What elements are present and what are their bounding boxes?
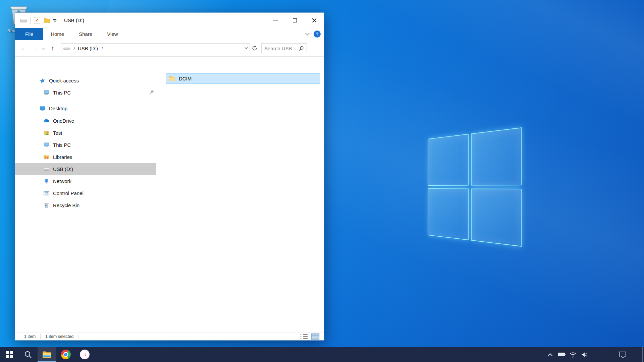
file-explorer-window: ✓ USB (D:) File Home Share View ? ← →	[15, 12, 324, 341]
breadcrumb-usb-d[interactable]: USB (D:)	[78, 46, 98, 51]
recent-locations-chevron-icon[interactable]	[42, 46, 45, 50]
taskbar-itunes-button[interactable]: ♫	[75, 347, 94, 362]
close-icon	[312, 18, 317, 23]
status-item-count: 1 item	[24, 334, 36, 339]
sidebar-item-label: USB (D:)	[53, 166, 73, 172]
this-pc-monitor-icon	[44, 90, 49, 96]
sidebar-item-label: Libraries	[53, 154, 72, 160]
chevron-up-icon	[548, 353, 552, 358]
close-button[interactable]	[305, 13, 324, 28]
control-panel-icon	[44, 190, 49, 196]
usb-drive-icon	[44, 166, 49, 172]
expand-ribbon-chevron-icon[interactable]	[305, 31, 310, 36]
folder-icon	[169, 76, 175, 81]
qat-check-icon[interactable]: ✓	[34, 17, 40, 23]
window-title: USB (D:)	[64, 17, 84, 23]
action-center-icon	[619, 352, 626, 357]
usb-drive-icon	[63, 47, 70, 50]
chrome-icon	[61, 350, 71, 359]
breadcrumb-chevron-icon[interactable]	[72, 47, 75, 50]
start-button[interactable]	[0, 347, 19, 362]
title-bar[interactable]: ✓ USB (D:)	[15, 13, 324, 28]
minimize-button[interactable]	[266, 13, 285, 28]
this-pc-monitor-icon	[44, 142, 49, 148]
qat-folder-icon[interactable]	[44, 18, 50, 23]
tab-share[interactable]: Share	[71, 28, 100, 40]
taskbar: ♫	[0, 347, 644, 362]
sidebar-item-this-pc-pinned[interactable]: This PC	[15, 86, 156, 99]
status-separator	[40, 334, 41, 339]
wifi-indicator[interactable]	[567, 347, 579, 362]
sidebar-item-onedrive[interactable]: OneDrive	[15, 115, 156, 127]
windows-logo-pane	[428, 188, 469, 240]
desktop-icon	[40, 106, 45, 111]
address-dropdown-chevron-icon[interactable]	[245, 46, 248, 49]
pin-icon	[149, 89, 154, 95]
taskbar-search-button[interactable]	[19, 347, 38, 362]
details-view-button[interactable]	[301, 334, 308, 340]
status-selected-count: 1 item selected	[45, 334, 73, 339]
refresh-button[interactable]	[250, 43, 259, 53]
sidebar-item-label: Quick access	[49, 78, 79, 83]
caption-buttons	[266, 13, 324, 28]
battery-icon	[558, 353, 565, 356]
tab-file[interactable]: File	[15, 28, 43, 40]
status-view-toggles	[301, 334, 319, 340]
hidden-icons-button[interactable]	[544, 347, 556, 362]
search-icon	[299, 46, 304, 51]
sidebar-item-label: Desktop	[49, 106, 67, 111]
volume-icon	[581, 352, 588, 358]
user-folder-icon	[44, 130, 49, 136]
sidebar-item-label: This PC	[53, 90, 71, 96]
libraries-folder-icon	[44, 154, 49, 160]
windows-start-icon	[6, 351, 13, 358]
show-desktop-button[interactable]	[642, 347, 644, 362]
forward-button[interactable]: →	[30, 45, 41, 52]
network-globe-icon	[44, 178, 49, 184]
onedrive-cloud-icon	[44, 118, 49, 124]
explorer-main-area: Quick access This PC Desktop	[15, 57, 324, 337]
search-input[interactable]: Search USB...	[261, 43, 307, 53]
up-button[interactable]: ↑	[47, 45, 58, 52]
sidebar-item-recycle-bin[interactable]: Recycle Bin	[15, 199, 156, 211]
refresh-icon	[252, 46, 257, 51]
help-button[interactable]: ?	[314, 31, 321, 38]
windows-logo-pane	[471, 127, 522, 186]
large-icons-view-button[interactable]	[311, 334, 319, 340]
quick-access-toolbar: ✓	[15, 17, 60, 24]
battery-indicator[interactable]	[556, 347, 567, 362]
file-item-dcim[interactable]: DCIM	[166, 73, 320, 84]
sidebar-item-quick-access[interactable]: Quick access	[15, 74, 156, 86]
windows-logo-wallpaper	[428, 127, 522, 247]
maximize-button[interactable]	[285, 13, 305, 28]
windows-logo-pane	[471, 188, 522, 247]
action-center-button[interactable]	[617, 347, 628, 362]
sidebar-item-libraries[interactable]: Libraries	[15, 151, 156, 163]
maximize-icon	[293, 18, 297, 22]
volume-indicator[interactable]	[579, 347, 590, 362]
taskbar-file-explorer-button[interactable]	[38, 347, 56, 362]
itunes-icon: ♫	[80, 350, 90, 359]
status-separator	[78, 334, 78, 339]
sidebar-item-label: Network	[53, 178, 71, 184]
file-name: DCIM	[179, 76, 192, 81]
sidebar-item-usb-d[interactable]: USB (D:)	[15, 163, 156, 175]
ribbon-right-controls: ?	[306, 28, 321, 40]
sidebar-item-control-panel[interactable]: Control Panel	[15, 187, 156, 199]
tab-view[interactable]: View	[100, 28, 125, 40]
sidebar-item-this-pc[interactable]: This PC	[15, 139, 156, 151]
qat-dropdown-icon[interactable]	[53, 19, 56, 22]
sidebar-item-test[interactable]: Test	[15, 127, 156, 139]
minimize-icon	[273, 20, 278, 21]
tab-home[interactable]: Home	[43, 28, 71, 40]
address-bar[interactable]: USB (D:)	[61, 43, 250, 53]
search-icon	[25, 351, 32, 358]
recycle-bin-icon	[44, 202, 49, 208]
sidebar-item-network[interactable]: Network	[15, 175, 156, 187]
sidebar-item-label: OneDrive	[53, 118, 74, 124]
sidebar-item-desktop[interactable]: Desktop	[15, 102, 156, 114]
windows-logo-pane	[428, 134, 469, 186]
back-button[interactable]: ←	[18, 45, 30, 52]
taskbar-chrome-button[interactable]	[56, 347, 75, 362]
breadcrumb-chevron-icon[interactable]	[101, 47, 103, 50]
